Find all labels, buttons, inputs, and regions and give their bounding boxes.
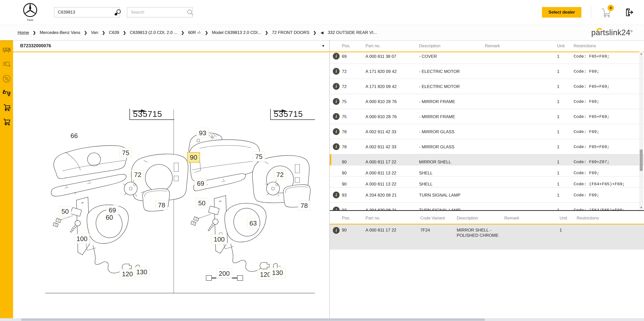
table-row[interactable]: i78A 002 811 42 33- MIRROR GLASS1Code: F… <box>330 124 644 139</box>
cart-badge: 0 <box>608 5 614 11</box>
diagram-hotspot-left-120[interactable]: 120 <box>119 269 135 279</box>
transfer-cart-icon[interactable] <box>2 89 11 97</box>
mercedes-logo[interactable]: Vans <box>14 3 47 22</box>
back-triangle-icon[interactable]: ◀ <box>320 30 324 35</box>
diagram-hotspot-right-72[interactable]: 72 <box>274 170 286 180</box>
diagram-selector[interactable]: B72332000076 ▼ <box>13 40 329 52</box>
cell-remark <box>485 176 557 187</box>
van-icon[interactable] <box>2 46 11 54</box>
car-search-icon[interactable] <box>114 9 121 16</box>
horizontal-scrollbar-thumb[interactable] <box>21 318 485 321</box>
table-row[interactable]: 90A 000 811 13 22SHELL1Code: (F64+F65)+F… <box>330 176 644 188</box>
info-icon[interactable]: i <box>333 53 340 60</box>
diagram-hotspot-left-60[interactable]: 60 <box>103 212 116 222</box>
cell-restrictions: Code: F65+F69; <box>574 139 644 154</box>
cell-remark <box>485 52 557 64</box>
cell-restrictions: Code: F69+Z87; <box>574 154 644 165</box>
cell-remark <box>485 64 557 79</box>
select-dealer-button[interactable]: Select dealer <box>542 7 581 18</box>
info-icon[interactable]: i <box>333 128 340 135</box>
diagram-hotspot-right-63[interactable]: 63 <box>247 218 259 228</box>
diagram-hotspot-left-66[interactable]: 66 <box>68 131 80 141</box>
diagram-hotspot-left-72[interactable]: 72 <box>132 170 144 180</box>
breadcrumb-current[interactable]: 332 OUTSIDE REAR VI... <box>328 30 377 35</box>
parts-search-icon[interactable] <box>2 60 11 69</box>
shopping-cart-icon[interactable] <box>2 117 11 126</box>
cell-description: - MIRROR FRAME <box>419 109 485 124</box>
diagram-hotspot-right-90[interactable]: 90 <box>187 152 200 163</box>
variant-restrictions <box>577 224 644 250</box>
cell-restrictions: Code: F69; <box>574 188 644 202</box>
vcol-unit: Unit <box>560 216 577 221</box>
diagram-hotspot-left-100[interactable]: 100 <box>74 234 90 244</box>
diagram-hotspot-right-50[interactable]: 50 <box>196 198 208 208</box>
breadcrumb-item-4[interactable]: C639813 (2.0 CDI, 2.0 ... <box>130 30 177 35</box>
parts-table-body: i69A 000 811 38 07- COVER1Code: F65+F69;… <box>330 52 644 210</box>
cell-description: SHELL <box>419 165 485 176</box>
cell-description: - ELECTRIC MOTOR <box>419 79 485 94</box>
scrollbar-thumb[interactable] <box>640 150 643 171</box>
diagram-hotspot-left-130[interactable]: 130 <box>134 267 150 277</box>
parts-table-header: Pos. Part no. Description Remark Unit Re… <box>330 40 644 52</box>
table-row[interactable]: i72A 171 820 09 42- ELECTRIC MOTOR1Code:… <box>330 64 644 79</box>
scroll-up-icon[interactable]: ▲ <box>639 52 643 56</box>
express-cart-icon[interactable] <box>2 103 11 112</box>
vcol-partno: Part no. <box>365 216 420 221</box>
table-row[interactable]: i78A 002 811 42 33- MIRROR GLASS1Code: F… <box>330 139 644 154</box>
breadcrumb-item-6[interactable]: Model C639813 2.0 CDI... <box>212 30 261 35</box>
scroll-down-icon[interactable]: ▼ <box>639 205 643 209</box>
info-icon[interactable]: i <box>333 98 340 105</box>
cell-pos: 75 <box>342 109 365 124</box>
breadcrumb-item-1[interactable]: Mercedes-Benz Vans <box>40 30 80 35</box>
diagram-hotspot-right-69[interactable]: 69 <box>195 178 207 189</box>
col-restrictions: Restrictions <box>574 43 644 49</box>
part-search-input[interactable] <box>57 10 114 15</box>
vertical-scrollbar[interactable]: ▲ ▼ <box>639 52 643 209</box>
cell-restrictions: Code: F69; <box>574 94 644 109</box>
table-row[interactable]: i93A 204 820 08 21TURN SIGNAL LAMP1Code:… <box>330 203 644 210</box>
diagram-hotspot-left-75[interactable]: 75 <box>120 148 132 158</box>
table-row[interactable]: 90A 000 811 13 22SHELL1Code: F69; <box>330 165 644 176</box>
horizontal-scrollbar[interactable] <box>0 318 644 321</box>
table-row[interactable]: i93A 204 820 08 21TURN SIGNAL LAMP1Code:… <box>330 188 644 203</box>
diagram-hotspot-right-100[interactable]: 100 <box>211 234 227 244</box>
breadcrumb-item-5[interactable]: 60R -/- <box>188 30 201 35</box>
table-row[interactable]: i75A 000 810 28 76- MIRROR FRAME1Code: F… <box>330 109 644 124</box>
diagram-hotspot-right-130[interactable]: 130 <box>269 268 285 278</box>
diagram-hotspot-left-50[interactable]: 50 <box>59 206 71 216</box>
cell-remark <box>485 109 557 124</box>
info-icon[interactable]: i <box>333 113 340 120</box>
vcol-restrictions: Restrictions <box>577 216 644 221</box>
global-search-input[interactable] <box>130 10 187 15</box>
info-icon[interactable]: i <box>333 143 340 150</box>
frame-ref-left[interactable]: 535715 <box>129 109 174 120</box>
info-icon[interactable]: i <box>333 68 340 75</box>
breadcrumb-item-0[interactable]: Home <box>18 30 29 35</box>
cell-restrictions: Code: (F64/F65)+F69; <box>574 203 644 210</box>
info-icon[interactable]: i <box>333 227 340 234</box>
breadcrumb-item-2[interactable]: Van <box>91 30 98 35</box>
partslink24-logo[interactable]: partslink24® <box>591 28 633 37</box>
breadcrumb-item-7[interactable]: 72 FRONT DOORS <box>272 30 309 35</box>
table-row[interactable]: i72A 171 820 09 42- ELECTRIC MOTOR1Code:… <box>330 79 644 94</box>
info-icon[interactable]: i <box>333 207 340 210</box>
table-row[interactable]: i75A 000 810 28 76- MIRROR FRAME1Code: F… <box>330 94 644 109</box>
diagram-hotspot-right-200[interactable]: 200 <box>216 268 232 279</box>
diagram-hotspot-right-93[interactable]: 93 <box>197 128 209 138</box>
info-cell: i <box>330 52 342 64</box>
diagram-hotspot-right-78[interactable]: 78 <box>298 201 310 211</box>
breadcrumb-item-3[interactable]: C639 <box>109 30 119 35</box>
percent-offers-icon[interactable] <box>2 74 11 83</box>
logout-button[interactable] <box>623 7 634 18</box>
diagram-hotspot-left-78[interactable]: 78 <box>156 200 168 210</box>
diagram-hotspot-right-75[interactable]: 75 <box>253 152 265 162</box>
cart-button[interactable]: 0 <box>601 7 612 18</box>
frame-ref-right[interactable]: 535715 <box>270 109 315 120</box>
info-icon[interactable]: i <box>333 83 340 90</box>
search-icon[interactable] <box>187 9 193 16</box>
table-row[interactable]: i69A 000 811 38 07- COVER1Code: F65+F69; <box>330 52 644 64</box>
table-row[interactable]: 90A 000 811 17 22MIRROR SHELL1Code: F69+… <box>330 154 644 165</box>
variant-unit: 1 <box>560 224 577 250</box>
info-icon[interactable]: i <box>333 192 340 198</box>
variant-row[interactable]: i 90 A 000 811 17 22 7F24 MIRROR SHELL -… <box>330 224 644 250</box>
